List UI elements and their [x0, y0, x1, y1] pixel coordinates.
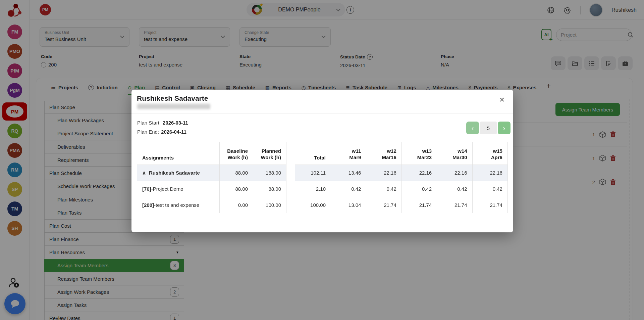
week-header: w15Apr6	[472, 142, 507, 165]
week-value: 22.16	[472, 165, 507, 181]
planned-value: 188.00	[253, 165, 286, 181]
close-icon[interactable]: ✕	[499, 96, 505, 103]
plan-start-value: 2026-03-11	[163, 119, 188, 126]
table-row: 100.00 13.04 21.74 21.74 21.74 21.74	[295, 197, 507, 213]
project-name: -Project Demo	[151, 186, 183, 192]
total-value: 102.11	[295, 165, 331, 181]
baseline-value: 0.00	[219, 197, 253, 213]
pager-next-button[interactable]: ›	[498, 122, 511, 134]
modal-title: Rushikesh Sadavarte	[137, 94, 208, 102]
planned-header: PlannedWork (h)	[253, 142, 286, 165]
total-value: 2.10	[295, 181, 331, 197]
project-name: -test ts and expense	[154, 202, 199, 208]
week-value: 21.74	[366, 197, 401, 213]
week-header: w14Mar30	[437, 142, 472, 165]
redacted-email	[137, 104, 210, 109]
planned-value: 100.00	[253, 197, 286, 213]
week-value: 21.74	[401, 197, 437, 213]
table-row: ∧Rushikesh Sadavarte 88.00 188.00	[137, 165, 286, 181]
pager-page-number: 5	[480, 122, 497, 134]
total-value: 100.00	[295, 197, 331, 213]
baseline-header: BaselineWork (h)	[219, 142, 253, 165]
team-member-modal: Rushikesh Sadavarte ✕ Plan Start:2026-03…	[131, 90, 513, 232]
week-value: 0.42	[401, 181, 437, 197]
week-value: 22.16	[401, 165, 437, 181]
weekly-work-table: Total w11Mar9 w12Mar16 w13Mar23 w14Mar30…	[295, 142, 508, 213]
plan-end-label: Plan End:	[137, 128, 159, 135]
week-value: 0.42	[331, 181, 366, 197]
planned-value: 88.00	[253, 181, 286, 197]
member-name: Rushikesh Sadavarte	[149, 170, 200, 176]
week-value: 0.42	[437, 181, 472, 197]
table-row: 102.11 13.46 22.16 22.16 22.16 22.16	[295, 165, 507, 181]
week-header: w11Mar9	[331, 142, 366, 165]
week-value: 0.42	[472, 181, 507, 197]
table-row: [200]-test ts and expense 0.00 100.00	[137, 197, 286, 213]
week-value: 21.74	[472, 197, 507, 213]
week-value: 13.04	[331, 197, 366, 213]
week-header: w13Mar23	[401, 142, 437, 165]
week-value: 22.16	[437, 165, 472, 181]
baseline-value: 88.00	[219, 165, 253, 181]
assignments-table: Assignments BaselineWork (h) PlannedWork…	[137, 142, 286, 213]
week-value: 21.74	[437, 197, 472, 213]
week-value: 0.42	[366, 181, 401, 197]
pager-prev-button[interactable]: ‹	[466, 122, 479, 134]
collapse-icon[interactable]: ∧	[142, 170, 146, 176]
plan-dates: Plan Start:2026-03-11 Plan End:2026-04-1…	[137, 119, 188, 137]
project-code: [76]	[142, 186, 151, 192]
week-value: 22.16	[366, 165, 401, 181]
assignments-header: Assignments	[137, 142, 219, 165]
baseline-value: 88.00	[219, 181, 253, 197]
total-header: Total	[295, 142, 331, 165]
divider	[131, 113, 513, 113]
week-value: 13.46	[331, 165, 366, 181]
table-row: 2.10 0.42 0.42 0.42 0.42 0.42	[295, 181, 507, 197]
plan-end-value: 2026-04-11	[161, 128, 186, 135]
plan-start-label: Plan Start:	[137, 119, 161, 126]
project-code: [200]	[142, 202, 154, 208]
week-pager: ‹ 5 ›	[466, 122, 511, 134]
divider	[131, 224, 513, 224]
table-row: [76]-Project Demo 88.00 88.00	[137, 181, 286, 197]
week-header: w12Mar16	[366, 142, 401, 165]
